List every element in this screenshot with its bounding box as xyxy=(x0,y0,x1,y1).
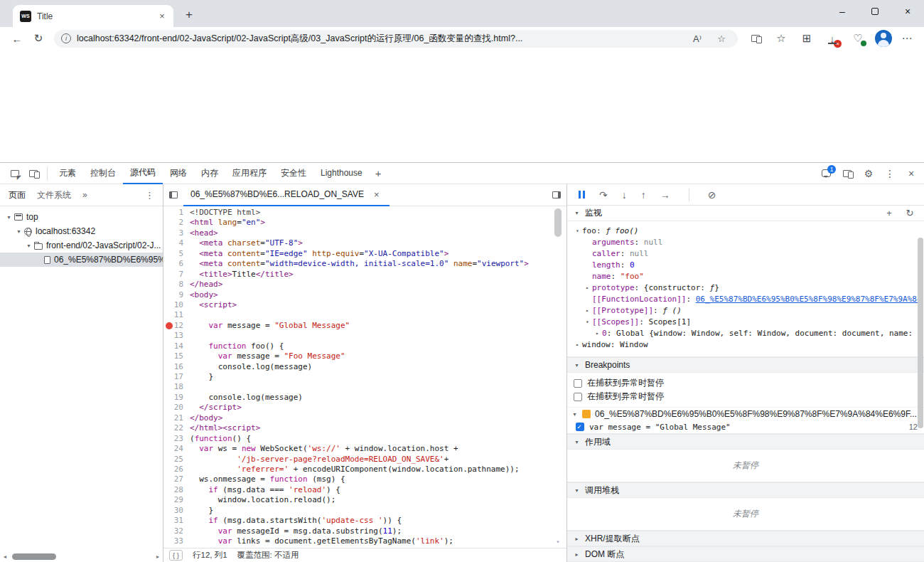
checkbox-icon[interactable] xyxy=(574,379,582,388)
line-number[interactable]: 32 xyxy=(163,526,190,536)
line-number[interactable]: 6 xyxy=(163,259,190,269)
code-line[interactable]: 3<head> xyxy=(163,228,566,238)
code-line[interactable]: 4 <meta charset="UTF-8"> xyxy=(163,238,566,248)
devtools-tab-应用程序[interactable]: 应用程序 xyxy=(225,163,274,184)
split-screen-icon[interactable] xyxy=(743,29,768,48)
editor-pane-icon[interactable] xyxy=(552,191,561,198)
editor-vscroll-thumb[interactable] xyxy=(554,208,562,237)
read-aloud-icon[interactable]: A⁾ xyxy=(688,33,707,44)
tab-filesystem[interactable]: 文件系统 xyxy=(37,189,71,201)
tree-item[interactable]: ▾top xyxy=(0,210,163,224)
line-number[interactable]: 13 xyxy=(163,331,190,341)
code-line[interactable]: 26 'referrer=' + encodeURIComponent(wind… xyxy=(163,465,566,474)
code-line[interactable]: 32 var messageId = msg.data.substring(11… xyxy=(163,526,566,536)
breakpoint-dot[interactable] xyxy=(166,322,173,329)
watch-section-header[interactable]: ▾ 监视 + ↻ xyxy=(567,206,924,221)
code-line[interactable]: 17 } xyxy=(163,372,566,382)
code-line[interactable]: 21</body> xyxy=(163,413,566,423)
code-line[interactable]: 11 xyxy=(163,310,566,320)
pause-option[interactable]: 在捕获到异常时暂停 xyxy=(567,390,924,403)
line-number[interactable]: 4 xyxy=(163,238,190,248)
code-line[interactable]: 12 var message = "Global Message" xyxy=(163,321,566,331)
devtools-menu-icon[interactable]: ⋮ xyxy=(880,163,900,184)
code-line[interactable]: 5 <meta content="IE=edge" http-equiv="X-… xyxy=(163,249,566,259)
checkbox-icon[interactable] xyxy=(574,393,582,401)
watch-row[interactable]: caller: null xyxy=(567,248,924,260)
collapse-icon[interactable]: ▾ xyxy=(573,226,582,237)
devtools-tab-安全性[interactable]: 安全性 xyxy=(274,163,313,184)
code-line[interactable]: 19 console.log(message) xyxy=(163,393,566,403)
code-line[interactable]: 13 xyxy=(163,331,566,341)
code-editor[interactable]: 1<!DOCTYPE html>2<html lang="en">3<head>… xyxy=(163,206,566,548)
line-number[interactable]: 9 xyxy=(163,290,190,300)
issues-icon[interactable]: 1 xyxy=(816,163,836,184)
code-line[interactable]: 8</head> xyxy=(163,280,566,290)
code-line[interactable]: 18 xyxy=(163,382,566,392)
watch-row[interactable]: length: 0 xyxy=(567,260,924,271)
downloads-icon[interactable]: ↓× xyxy=(820,29,844,48)
watch-row[interactable]: ▸prototype: {constructor: ƒ} xyxy=(567,282,924,294)
watch-row[interactable]: ▸0: Global {window: Window, self: Window… xyxy=(567,328,924,339)
line-number[interactable]: 33 xyxy=(163,536,190,546)
expand-icon[interactable]: ▸ xyxy=(583,282,592,294)
browser-tab[interactable]: WS Title × xyxy=(13,5,173,27)
refresh-icon[interactable]: ↻ xyxy=(28,29,48,48)
code-line[interactable]: 22</html><script> xyxy=(163,423,566,433)
watch-row[interactable]: ▸window: Window xyxy=(567,339,924,351)
code-line[interactable]: 7 <title>Title</title> xyxy=(163,270,566,280)
callstack-section-header[interactable]: ▾ 调用堆栈 xyxy=(567,482,924,498)
tab-page[interactable]: 页面 xyxy=(9,189,26,201)
refresh-watch-icon[interactable]: ↻ xyxy=(902,208,918,218)
device-toolbar-icon[interactable] xyxy=(24,163,43,184)
editor-tab[interactable]: 06_%E5%87%BD%E6...RELOAD_ON_SAVE × xyxy=(183,184,390,206)
line-number[interactable]: 24 xyxy=(163,444,190,454)
expand-icon[interactable]: ▸ xyxy=(573,339,582,351)
code-line[interactable]: 31 if (msg.data.startsWith('update-css '… xyxy=(163,516,566,526)
url-text[interactable]: localhost:63342/front-end/02-JavaScript/… xyxy=(77,33,682,45)
line-number[interactable]: 22 xyxy=(163,423,190,433)
watch-row[interactable]: name: "foo" xyxy=(567,271,924,282)
breakpoint-checkbox[interactable] xyxy=(576,423,584,431)
devtools-tab-内存[interactable]: 内存 xyxy=(194,163,225,184)
line-number[interactable]: 21 xyxy=(163,413,190,423)
collapse-icon[interactable]: ▾ xyxy=(583,317,592,328)
line-number[interactable]: 15 xyxy=(163,351,190,361)
code-line[interactable]: 1<!DOCTYPE html> xyxy=(163,208,566,218)
watch-row[interactable]: ▾foo: ƒ foo() xyxy=(567,226,924,237)
pause-script-icon[interactable] xyxy=(579,191,585,198)
line-number[interactable]: 11 xyxy=(163,310,190,320)
back-icon[interactable]: ← xyxy=(7,29,27,48)
inspect-element-icon[interactable] xyxy=(6,163,24,184)
line-number[interactable]: 5 xyxy=(163,249,190,259)
right-vscroll-thumb[interactable] xyxy=(918,238,923,428)
right-vscrollbar[interactable] xyxy=(918,206,924,562)
line-number[interactable]: 30 xyxy=(163,506,190,516)
line-number[interactable]: 12 xyxy=(163,321,190,331)
line-number[interactable]: 7 xyxy=(163,270,190,280)
editor-tab-close-icon[interactable]: × xyxy=(371,189,382,200)
watch-row[interactable]: [[FunctionLocation]]: 06_%E5%87%BD%E6%95… xyxy=(567,294,924,305)
line-number[interactable]: 27 xyxy=(163,474,190,484)
browser-essentials-icon[interactable]: ♡ xyxy=(846,29,870,48)
breakpoints-section-header[interactable]: ▾ Breakpoints xyxy=(567,357,924,373)
devtools-tab-元素[interactable]: 元素 xyxy=(52,163,83,184)
new-tab-button[interactable]: + xyxy=(179,5,199,25)
editor-vscrollbar[interactable] xyxy=(554,208,562,237)
code-line[interactable]: 28 if (msg.data === 'reload') { xyxy=(163,485,566,495)
devtools-more-tabs-button[interactable]: + xyxy=(370,167,387,179)
code-line[interactable]: 10 <script> xyxy=(163,300,566,310)
line-number[interactable]: 10 xyxy=(163,300,190,310)
line-number[interactable]: 19 xyxy=(163,393,190,403)
scrollbar-thumb[interactable] xyxy=(12,553,56,560)
line-number[interactable]: 20 xyxy=(163,403,190,413)
code-line[interactable]: 25 '/jb-server-page?reloadMode=RELOAD_ON… xyxy=(163,455,566,465)
expand-icon[interactable]: ▸ xyxy=(583,305,592,317)
devtools-tab-控制台[interactable]: 控制台 xyxy=(83,163,123,184)
code-line[interactable]: 33 var links = document.getElementsByTag… xyxy=(163,536,566,546)
scope-section-header[interactable]: ▾ 作用域 xyxy=(567,434,924,450)
pause-option[interactable]: 在捕获到异常时暂停 xyxy=(567,376,924,390)
step-out-icon[interactable]: ↑ xyxy=(641,190,646,200)
devtools-tab-Lighthouse[interactable]: Lighthouse xyxy=(313,163,370,184)
breakpoint-file-group[interactable]: ▾ 06_%E5%87%BD%E6%95%B0%E5%8F%98%E9%87%8… xyxy=(567,408,924,420)
breakpoint-entry[interactable]: var message = "Global Message" 12 xyxy=(567,420,924,434)
